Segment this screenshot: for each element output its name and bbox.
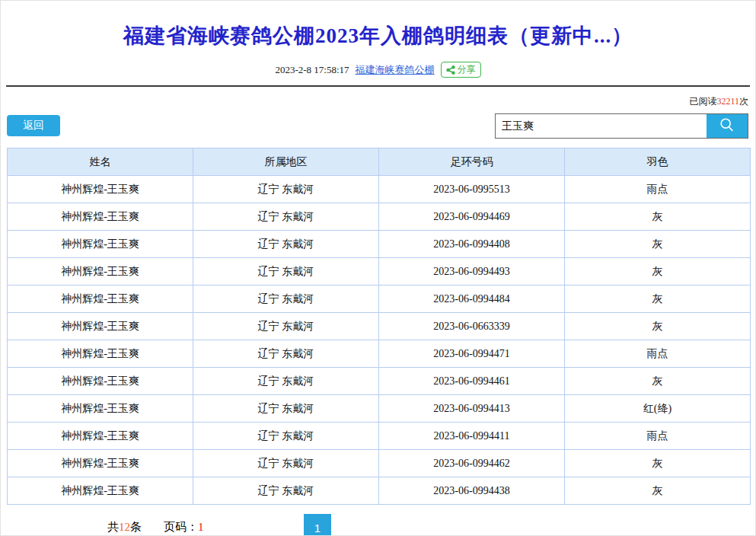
col-header-ring-number: 足环号码 [379,148,565,176]
table-cell: 雨点 [565,423,751,450]
page-number-value: 1 [198,521,204,533]
table-row: 神州辉煌-王玉爽辽宁 东戴河2023-06-0994462灰 [8,450,751,477]
table-row: 神州辉煌-王玉爽辽宁 东戴河2023-06-0994469灰 [8,203,751,231]
table-cell: 灰 [565,286,751,313]
table-cell: 神州辉煌-王玉爽 [8,395,193,423]
table-cell: 灰 [565,231,751,258]
table-cell: 2023-06-0994469 [379,203,565,231]
table-cell: 雨点 [565,176,751,203]
table-cell: 2023-06-0994413 [379,395,565,423]
table-cell: 2023-06-0994438 [379,477,565,505]
page: 福建省海峡赛鸽公棚2023年入棚鸽明细表（更新中...） 2023-2-8 17… [0,0,756,536]
table-cell: 2023-06-0994461 [379,368,565,395]
footer: 共12条 页码：1 1 [1,513,755,536]
table-cell: 辽宁 东戴河 [193,286,379,313]
toolbar: 返回 [1,113,755,141]
table-cell: 雨点 [565,340,751,368]
page-number-label: 页码：1 [164,520,204,534]
table-cell: 辽宁 东戴河 [193,423,379,450]
header-divider [6,85,750,87]
table-cell: 2023-06-0995513 [379,176,565,203]
table-cell: 神州辉煌-王玉爽 [8,450,193,477]
table-cell: 神州辉煌-王玉爽 [8,258,193,286]
col-header-feather-color: 羽色 [565,148,751,176]
col-header-region: 所属地区 [193,148,379,176]
table-row: 神州辉煌-王玉爽辽宁 东戴河2023-06-0994438灰 [8,477,751,505]
table-cell: 辽宁 东戴河 [193,395,379,423]
table-row: 神州辉煌-王玉爽辽宁 东戴河2023-06-0994484灰 [8,286,751,313]
table-cell: 辽宁 东戴河 [193,203,379,231]
publish-timestamp: 2023-2-8 17:58:17 [275,64,349,76]
search-input[interactable] [496,114,707,138]
share-icon [446,65,455,75]
table-cell: 2023-06-0994411 [379,423,565,450]
table-body: 神州辉煌-王玉爽辽宁 东戴河2023-06-0995513雨点神州辉煌-王玉爽辽… [8,176,751,505]
table-cell: 灰 [565,313,751,340]
table-cell: 辽宁 东戴河 [193,176,379,203]
table-cell: 神州辉煌-王玉爽 [8,477,193,505]
table-cell: 辽宁 东戴河 [193,477,379,505]
table-cell: 2023-06-0994493 [379,258,565,286]
table-row: 神州辉煌-王玉爽辽宁 东戴河2023-06-0995513雨点 [8,176,751,203]
table-cell: 灰 [565,450,751,477]
total-count-number: 12 [119,521,130,533]
share-button-label: 分享 [458,63,476,76]
table-cell: 辽宁 东戴河 [193,340,379,368]
table-row: 神州辉煌-王玉爽辽宁 东戴河2023-06-0994471雨点 [8,340,751,368]
table-cell: 2023-06-0994462 [379,450,565,477]
total-count-label: 共12条 [107,520,142,534]
search-box [495,113,748,139]
pigeon-table: 姓名 所属地区 足环号码 羽色 神州辉煌-王玉爽辽宁 东戴河2023-06-09… [7,148,751,505]
table-cell: 灰 [565,258,751,286]
pagination-page-1-button[interactable]: 1 [304,514,331,536]
table-cell: 神州辉煌-王玉爽 [8,340,193,368]
meta-line: 2023-2-8 17:58:17 福建海峡赛鸽公棚 分享 [1,62,755,78]
table-cell: 神州辉煌-王玉爽 [8,176,193,203]
table-row: 神州辉煌-王玉爽辽宁 东戴河2023-06-0663339灰 [8,313,751,340]
table-cell: 神州辉煌-王玉爽 [8,423,193,450]
table-cell: 神州辉煌-王玉爽 [8,203,193,231]
table-cell: 2023-06-0994484 [379,286,565,313]
table-header-row: 姓名 所属地区 足环号码 羽色 [8,148,751,176]
table-row: 神州辉煌-王玉爽辽宁 东戴河2023-06-0994493灰 [8,258,751,286]
search-button[interactable] [707,114,748,138]
table-row: 神州辉煌-王玉爽辽宁 东戴河2023-06-0994411雨点 [8,423,751,450]
table-row: 神州辉煌-王玉爽辽宁 东戴河2023-06-0994408灰 [8,231,751,258]
table-cell: 辽宁 东戴河 [193,450,379,477]
col-header-name: 姓名 [8,148,193,176]
source-link[interactable]: 福建海峡赛鸽公棚 [356,63,435,77]
table-cell: 神州辉煌-王玉爽 [8,313,193,340]
table-cell: 辽宁 东戴河 [193,258,379,286]
page-title: 福建省海峡赛鸽公棚2023年入棚鸽明细表（更新中...） [1,22,755,49]
table-cell: 2023-06-0994408 [379,231,565,258]
table-row: 神州辉煌-王玉爽辽宁 东戴河2023-06-0994413红(绛) [8,395,751,423]
table-cell: 神州辉煌-王玉爽 [8,368,193,395]
table-row: 神州辉煌-王玉爽辽宁 东戴河2023-06-0994461灰 [8,368,751,395]
table-cell: 辽宁 东戴河 [193,368,379,395]
table-cell: 灰 [565,477,751,505]
read-count: 已阅读32211次 [1,95,755,108]
table-cell: 灰 [565,368,751,395]
back-button[interactable]: 返回 [7,115,60,136]
table-cell: 神州辉煌-王玉爽 [8,286,193,313]
table-cell: 红(绛) [565,395,751,423]
table-cell: 2023-06-0994471 [379,340,565,368]
table-cell: 辽宁 东戴河 [193,231,379,258]
table-cell: 神州辉煌-王玉爽 [8,231,193,258]
table-cell: 2023-06-0663339 [379,313,565,340]
share-button[interactable]: 分享 [441,62,481,78]
read-count-number: 32211 [716,96,739,107]
table-cell: 灰 [565,203,751,231]
table-cell: 辽宁 东戴河 [193,313,379,340]
search-icon [719,116,735,136]
